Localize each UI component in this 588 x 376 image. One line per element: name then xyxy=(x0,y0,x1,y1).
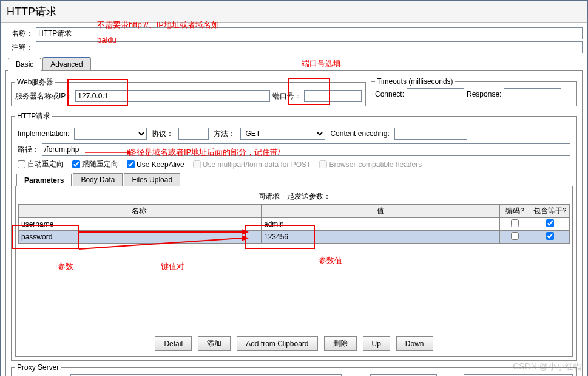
subtab-parameters[interactable]: Parameters xyxy=(16,174,72,186)
encode-checkbox[interactable] xyxy=(511,232,519,240)
clipboard-button[interactable]: Add from Clipboard xyxy=(237,336,317,351)
table-row[interactable]: username admin xyxy=(19,218,570,231)
add-button[interactable]: 添加 xyxy=(198,336,231,351)
port-input[interactable] xyxy=(304,90,362,102)
param-name-cell[interactable]: password xyxy=(19,231,262,244)
connect-input[interactable] xyxy=(407,88,464,100)
multipart-checkbox xyxy=(193,160,201,168)
encoding-label: Content encoding: xyxy=(330,129,389,138)
method-label: 方法： xyxy=(214,129,235,139)
table-row[interactable]: password 123456 xyxy=(19,231,570,244)
keepalive-checkbox[interactable] xyxy=(127,160,135,168)
auto-redirect-checkbox[interactable] xyxy=(18,160,25,168)
params-table: 名称: 值 编码? 包含等于? username admin xyxy=(18,204,570,244)
proxy-legend: Proxy Server xyxy=(15,363,61,372)
param-value-cell[interactable]: admin xyxy=(262,218,500,231)
response-input[interactable] xyxy=(504,88,561,100)
page-title: HTTP请求 xyxy=(1,1,587,23)
timeouts-legend: Timeouts (milliseconds) xyxy=(375,77,455,86)
name-input[interactable] xyxy=(36,27,583,39)
response-label: Response: xyxy=(467,90,501,98)
params-title: 同请求一起发送参数： xyxy=(18,189,570,204)
path-label: 路径： xyxy=(18,145,39,155)
col-name: 名称: xyxy=(19,205,262,218)
detail-button[interactable]: Detail xyxy=(155,336,192,351)
browser-headers-checkbox xyxy=(319,160,327,168)
webserver-legend: Web服务器 xyxy=(15,77,55,87)
server-label: 服务器名称或IP： xyxy=(15,91,73,101)
server-input[interactable] xyxy=(75,90,270,102)
include-checkbox[interactable] xyxy=(546,219,554,227)
subtab-files-upload[interactable]: Files Upload xyxy=(124,173,180,186)
proto-label: 协议： xyxy=(152,129,174,139)
follow-redirect-checkbox[interactable] xyxy=(72,160,80,168)
comment-input[interactable] xyxy=(36,41,583,53)
tab-advanced[interactable]: Advanced xyxy=(42,57,90,70)
include-checkbox[interactable] xyxy=(546,232,554,240)
comment-label: 注释： xyxy=(5,43,36,53)
down-button[interactable]: Down xyxy=(396,336,433,351)
multipart-label: Use multipart/form-data for POST xyxy=(203,160,311,169)
tab-basic[interactable]: Basic xyxy=(8,58,41,71)
proto-input[interactable] xyxy=(178,128,209,140)
port-label: 端口号： xyxy=(272,91,302,101)
delete-button[interactable]: 删除 xyxy=(324,336,357,351)
col-value: 值 xyxy=(262,205,500,218)
col-encode: 编码? xyxy=(500,205,530,218)
auto-redirect-label: 自动重定向 xyxy=(27,159,64,169)
connect-label: Connect: xyxy=(375,90,404,98)
http-legend: HTTP请求 xyxy=(15,111,52,121)
path-input[interactable] xyxy=(42,143,570,156)
col-include: 包含等于? xyxy=(530,205,570,218)
follow-redirect-label: 跟随重定向 xyxy=(82,159,118,169)
encoding-input[interactable] xyxy=(394,128,467,140)
param-name-cell[interactable]: username xyxy=(19,218,262,231)
up-button[interactable]: Up xyxy=(363,336,390,351)
browser-headers-label: Browser-compatible headers xyxy=(329,160,422,169)
encode-checkbox[interactable] xyxy=(511,219,519,227)
method-select[interactable]: GET xyxy=(240,128,325,140)
impl-select[interactable] xyxy=(74,128,147,140)
param-value-cell[interactable]: 123456 xyxy=(262,231,500,244)
impl-label: Implementation: xyxy=(18,129,69,138)
keepalive-label: Use KeepAlive xyxy=(137,160,184,169)
name-label: 名称： xyxy=(5,29,36,39)
subtab-body-data[interactable]: Body Data xyxy=(73,173,123,186)
